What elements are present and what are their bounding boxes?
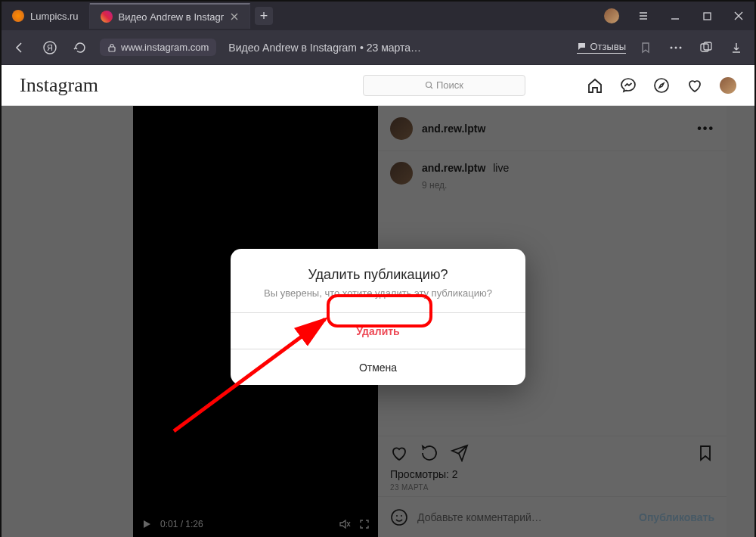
svg-rect-3: [109, 47, 115, 51]
bookmark-icon[interactable]: [635, 37, 656, 58]
yandex-shield-icon[interactable]: Я: [39, 37, 60, 58]
messenger-icon[interactable]: [620, 77, 637, 94]
dialog-cancel-button[interactable]: Отмена: [231, 349, 525, 385]
nav-back[interactable]: [9, 37, 30, 58]
addressbar: Я www.instagram.com Видео Andrew в Insta…: [2, 30, 754, 65]
browser-menu[interactable]: [627, 2, 659, 30]
svg-point-10: [655, 79, 668, 92]
tab-close[interactable]: [230, 12, 239, 21]
delete-dialog: Удалить публикацию? Вы уверены, что хоти…: [231, 249, 525, 385]
user-avatar-titlebar[interactable]: [596, 2, 627, 30]
explore-icon[interactable]: [653, 77, 670, 94]
reviews-button[interactable]: Отзывы: [577, 41, 626, 54]
svg-point-9: [426, 82, 431, 88]
collections-icon[interactable]: [696, 37, 717, 58]
dialog-title: Удалить публикацию?: [231, 249, 525, 287]
tab-instagram[interactable]: Видео Andrew в Instagr: [90, 3, 251, 29]
url-page-title: Видео Andrew в Instagram • 23 марта…: [228, 42, 421, 54]
more-dots-icon[interactable]: [665, 37, 686, 58]
content-area: 0:01 / 1:26 and.rew.lptw •••: [2, 106, 754, 537]
dialog-subtitle: Вы уверены, что хотите удалить эту публи…: [231, 287, 525, 312]
svg-point-5: [675, 46, 677, 48]
home-icon[interactable]: [587, 77, 603, 94]
tab-title-active: Видео Andrew в Instagr: [119, 11, 225, 23]
svg-text:Я: Я: [47, 43, 53, 52]
window-minimize[interactable]: [659, 2, 691, 30]
search-input[interactable]: Поиск: [363, 75, 525, 96]
reviews-label: Отзывы: [590, 41, 626, 52]
dialog-delete-button[interactable]: Удалить: [231, 312, 525, 349]
search-icon: [425, 81, 433, 89]
lock-icon: [107, 43, 116, 52]
heart-icon[interactable]: [686, 77, 703, 94]
instagram-header: Instagram Поиск: [2, 65, 754, 106]
dialog-container: Удалить публикацию? Вы уверены, что хоти…: [2, 106, 754, 537]
speech-icon: [577, 42, 587, 51]
search-placeholder: Поиск: [436, 79, 463, 91]
window-close[interactable]: [723, 2, 754, 30]
tab-favicon-lumpics: [12, 10, 24, 22]
svg-point-6: [680, 46, 682, 48]
new-tab-button[interactable]: +: [255, 7, 273, 25]
tab-title-inactive: Lumpics.ru: [30, 11, 79, 22]
profile-avatar[interactable]: [720, 77, 736, 94]
instagram-logo[interactable]: Instagram: [20, 74, 98, 97]
tab-favicon-instagram: [101, 11, 113, 23]
instagram-page: Instagram Поиск: [2, 65, 754, 537]
tab-lumpics[interactable]: Lumpics.ru: [2, 3, 90, 29]
url-domain: www.instagram.com: [121, 42, 209, 53]
svg-rect-0: [704, 13, 711, 20]
nav-reload[interactable]: [70, 37, 91, 58]
titlebar: Lumpics.ru Видео Andrew в Instagr +: [2, 2, 754, 30]
svg-point-4: [671, 46, 673, 48]
window-maximize[interactable]: [691, 2, 723, 30]
url-box[interactable]: www.instagram.com: [100, 39, 216, 56]
download-icon[interactable]: [726, 37, 747, 58]
